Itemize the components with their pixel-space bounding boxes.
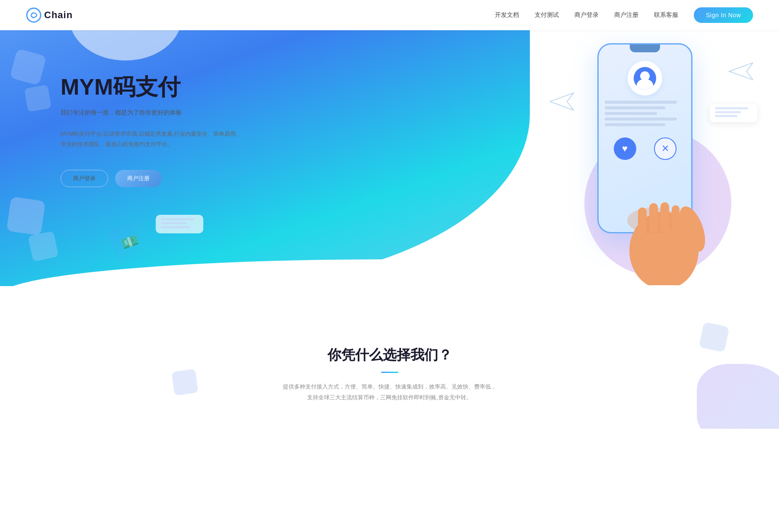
deco-square-4 — [28, 231, 58, 261]
btn-merchant-login[interactable]: 商户登录 — [61, 170, 108, 187]
phone-actions: ♥ ✕ — [605, 137, 685, 160]
nav-pay-test[interactable]: 支付测试 — [535, 11, 559, 19]
avatar-icon — [634, 67, 656, 89]
logo-icon — [26, 7, 42, 23]
phone-notch — [630, 45, 660, 52]
section2-divider — [381, 372, 398, 373]
dollar-icon: 💵 — [119, 231, 141, 252]
deco-sq-top — [699, 322, 729, 352]
phone-cross-btn[interactable]: ✕ — [654, 137, 676, 160]
phone-illustration: ♥ ✕ — [545, 35, 744, 285]
svg-marker-1 — [550, 93, 574, 110]
svg-rect-8 — [638, 207, 647, 233]
section2: 你凭什么选择我们？ 提供多种支付接入方式，方便、简单、快捷、快速集成到，效率高、… — [0, 311, 779, 429]
chat-bubble — [710, 104, 757, 122]
nav-contact[interactable]: 联系客服 — [654, 11, 678, 19]
svg-point-0 — [27, 8, 41, 22]
phone-line-4 — [605, 118, 677, 121]
phone-avatar — [628, 61, 662, 96]
svg-rect-11 — [672, 205, 680, 233]
btn-merchant-register[interactable]: 商户注册 — [115, 170, 162, 187]
signin-button[interactable]: Sign In Now — [694, 7, 753, 23]
phone-heart-btn[interactable]: ♥ — [614, 137, 636, 160]
hero-subtitle: 我们专注的每一面，都是为了给你更好的体验 — [61, 109, 260, 117]
section2-description: 提供多种支付接入方式，方便、简单、快捷、快速集成到，效率高、见效快、费率低，支持… — [282, 382, 498, 403]
hero-buttons: 商户登录 商户注册 — [61, 170, 260, 187]
svg-rect-9 — [649, 203, 658, 233]
deco-blob-right — [697, 364, 779, 429]
phone-screen: ♥ ✕ — [599, 52, 691, 165]
nav-dev-docs[interactable]: 开发文档 — [495, 11, 519, 19]
paper-plane-left — [550, 91, 576, 112]
nav-merchant-register[interactable]: 商户注册 — [614, 11, 638, 19]
hand-svg — [616, 164, 712, 285]
phone-info-lines — [605, 101, 685, 129]
svg-marker-3 — [729, 63, 753, 80]
navbar: Chain 开发文档 支付测试 商户登录 商户注册 联系客服 Sign In N… — [0, 0, 779, 30]
svg-rect-10 — [660, 202, 669, 233]
hero-title: MYM码支付 — [61, 73, 260, 100]
hero-content: MYM码支付 我们专注的每一面，都是为了给你更好的体验 MYM码支付平台,以信誉… — [0, 30, 260, 213]
phone-line-2 — [605, 106, 665, 109]
logo-text: Chain — [44, 10, 73, 21]
paper-plane-right — [727, 61, 753, 82]
text-bubble-left — [156, 215, 203, 233]
nav-merchant-login[interactable]: 商户登录 — [574, 11, 599, 19]
phone-line-3 — [605, 112, 657, 115]
phone-line-1 — [605, 101, 677, 104]
phone-line-5 — [605, 123, 665, 126]
hero-description: MYM码支付平台,以信誉求市场,以稳定求发展,行业内最安全、简单易用、专业的技术… — [61, 129, 242, 149]
deco-sq-bottom — [171, 369, 198, 396]
nav-links: 开发文档 支付测试 商户登录 商户注册 联系客服 Sign In Now — [495, 7, 753, 23]
hand-illustration — [616, 164, 712, 285]
logo[interactable]: Chain — [26, 7, 73, 23]
hero-section: MYM码支付 我们专注的每一面，都是为了给你更好的体验 MYM码支付平台,以信誉… — [0, 0, 779, 311]
section2-title: 你凭什么选择我们？ — [9, 346, 770, 365]
